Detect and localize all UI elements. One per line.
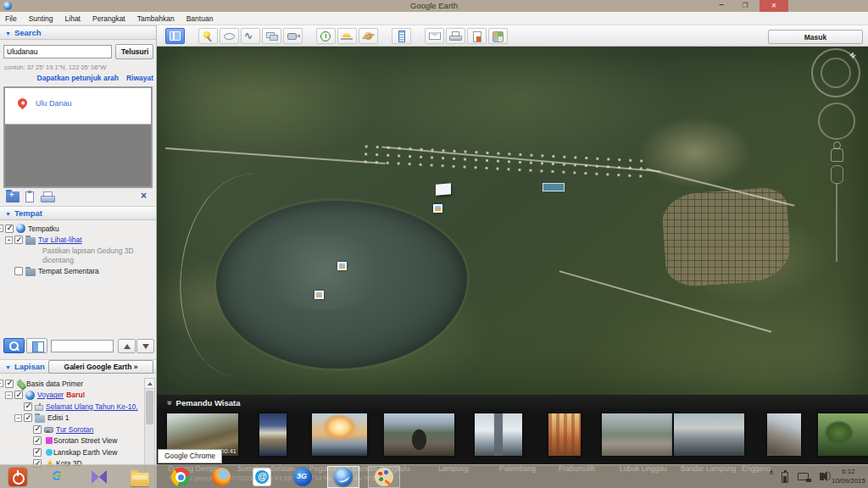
tree-checkbox[interactable] bbox=[33, 448, 42, 457]
sidebar-toggle-icon[interactable] bbox=[165, 28, 185, 44]
view-in-google-maps-icon[interactable] bbox=[488, 28, 508, 44]
thumbnail-lighthouse[interactable] bbox=[475, 413, 522, 456]
layer-basis-data-primer[interactable]: − Basis data Primer bbox=[0, 378, 156, 390]
search-places-button[interactable] bbox=[3, 338, 25, 353]
layer-tur-sorotan[interactable]: Tur Sorotan bbox=[0, 424, 156, 435]
internet-explorer-icon[interactable] bbox=[42, 466, 75, 488]
tree-expander-icon[interactable]: − bbox=[14, 414, 22, 422]
layer-sorotan-street-view[interactable]: Sorotan Street View bbox=[0, 435, 156, 447]
tree-checkbox[interactable] bbox=[24, 402, 32, 411]
layer-lanskap-earth-view[interactable]: Lanskap Earth View bbox=[0, 446, 156, 458]
close-button[interactable] bbox=[760, 0, 788, 12]
search-button[interactable]: Telusuri bbox=[115, 44, 153, 59]
toggle-pane-button[interactable] bbox=[26, 338, 47, 353]
look-joystick[interactable] bbox=[818, 103, 855, 140]
tree-expander-icon[interactable]: − bbox=[0, 225, 3, 232]
move-up-button[interactable] bbox=[118, 339, 136, 353]
tree-checkbox[interactable] bbox=[5, 225, 14, 233]
menu-perangkat[interactable]: Perangkat bbox=[92, 14, 125, 23]
tray-expand-icon[interactable] bbox=[770, 469, 773, 476]
pegman-icon[interactable] bbox=[830, 141, 843, 162]
kmplayer-icon[interactable] bbox=[83, 466, 115, 488]
menu-tambahkan[interactable]: Tambahkan bbox=[137, 14, 175, 23]
ruler-icon[interactable] bbox=[392, 28, 411, 44]
history-link[interactable]: Riwayat bbox=[126, 74, 153, 82]
historical-imagery-icon[interactable] bbox=[316, 28, 336, 44]
scrollbar-thumb[interactable] bbox=[146, 391, 153, 424]
sunlight-icon[interactable] bbox=[337, 28, 357, 44]
login-button[interactable]: Masuk bbox=[768, 30, 863, 44]
battery-icon[interactable] bbox=[782, 472, 788, 483]
paint-app-icon[interactable] bbox=[368, 466, 400, 488]
network-icon[interactable] bbox=[798, 473, 809, 480]
file-explorer-icon[interactable] bbox=[124, 466, 156, 488]
minimize-button[interactable] bbox=[712, 0, 731, 12]
tree-expander-icon[interactable]: + bbox=[5, 236, 13, 244]
add-path-icon[interactable] bbox=[241, 28, 260, 44]
earth-gallery-button[interactable]: Galeri Google Earth » bbox=[48, 360, 153, 374]
photo-marker[interactable] bbox=[314, 291, 324, 299]
planets-icon[interactable] bbox=[359, 28, 378, 44]
tree-item-tur-lihat-lihat[interactable]: + Tur Lihat-lihat bbox=[0, 235, 156, 247]
tree-checkbox[interactable] bbox=[14, 267, 23, 275]
thumbnail-hotel-building[interactable] bbox=[767, 413, 801, 456]
menu-sunting[interactable]: Sunting bbox=[29, 14, 53, 23]
tree-expander-icon[interactable]: − bbox=[5, 391, 13, 399]
tree-checkbox[interactable] bbox=[33, 436, 42, 445]
thumbnail-fort-gate[interactable] bbox=[384, 413, 454, 456]
save-image-icon[interactable] bbox=[467, 28, 487, 44]
scroll-up-icon[interactable] bbox=[145, 379, 154, 389]
zoom-slider[interactable] bbox=[831, 165, 843, 263]
thumbnail-palm-trees[interactable] bbox=[818, 413, 868, 456]
speaker-icon[interactable] bbox=[820, 473, 824, 480]
layer-edisi-1[interactable]: − Edisi 1 bbox=[0, 413, 156, 424]
tree-item-tempatku[interactable]: − Tempatku bbox=[0, 223, 156, 235]
tree-checkbox[interactable] bbox=[24, 413, 32, 422]
firefox-icon[interactable] bbox=[205, 466, 237, 488]
google-earth-taskbar-icon[interactable] bbox=[327, 466, 359, 488]
print-icon[interactable] bbox=[446, 28, 465, 44]
print-result-icon[interactable] bbox=[41, 191, 54, 202]
record-tour-icon[interactable] bbox=[283, 28, 303, 44]
power-button-icon[interactable] bbox=[2, 466, 34, 488]
menu-file[interactable]: File bbox=[5, 14, 17, 23]
google-chrome-icon[interactable] bbox=[164, 466, 197, 488]
tree-checkbox[interactable] bbox=[14, 391, 23, 399]
clear-results-icon[interactable] bbox=[141, 191, 154, 202]
tree-item-tempat-sementara[interactable]: Tempat Sementara bbox=[0, 265, 156, 277]
layer-selamat-ulang-tahun[interactable]: Selamat Ulang Tahun Ke-10, bbox=[0, 401, 156, 413]
search-input[interactable] bbox=[3, 45, 112, 58]
map-viewport[interactable]: N bbox=[157, 47, 868, 395]
move-down-button[interactable] bbox=[136, 339, 154, 353]
download-manager-icon[interactable] bbox=[246, 466, 278, 488]
search-panel-header[interactable]: Search bbox=[0, 25, 156, 40]
photo-marker[interactable] bbox=[337, 262, 347, 270]
tree-expander-icon[interactable]: − bbox=[0, 380, 3, 387]
menu-bantuan[interactable]: Bantuan bbox=[186, 14, 214, 23]
thumbnail-mosque-tower[interactable] bbox=[259, 413, 287, 456]
billboard-marker[interactable] bbox=[436, 183, 451, 196]
thumbnail-sunrise-clouds[interactable] bbox=[312, 413, 367, 456]
add-placemark-icon[interactable] bbox=[198, 28, 218, 44]
tree-checkbox[interactable] bbox=[33, 425, 42, 434]
search-result-item[interactable]: Ulu Danau bbox=[5, 88, 151, 125]
collapse-chevrons-icon[interactable] bbox=[164, 401, 174, 406]
3g-modem-icon[interactable] bbox=[287, 466, 319, 488]
email-icon[interactable] bbox=[425, 28, 444, 44]
add-image-overlay-icon[interactable] bbox=[262, 28, 281, 44]
save-to-places-icon[interactable] bbox=[6, 191, 19, 202]
restore-button[interactable] bbox=[736, 0, 754, 12]
photo-marker[interactable] bbox=[433, 204, 442, 213]
thumbnail-street-scene[interactable] bbox=[602, 413, 672, 456]
clock[interactable]: 6:12 10/09/2015 bbox=[832, 467, 865, 485]
thumbnail-ornate-temple[interactable] bbox=[548, 413, 581, 456]
places-panel-header[interactable]: Tempat bbox=[0, 206, 156, 220]
add-polygon-icon[interactable] bbox=[220, 28, 239, 44]
tour-guide-header[interactable]: Pemandu Wisata bbox=[167, 398, 241, 408]
copy-icon[interactable] bbox=[25, 191, 34, 202]
directions-link[interactable]: Dapatkan petunjuk arah bbox=[37, 74, 119, 82]
tree-checkbox[interactable] bbox=[5, 380, 14, 388]
menu-lihat[interactable]: Lihat bbox=[65, 14, 81, 23]
places-filter-input[interactable] bbox=[51, 340, 114, 352]
thumbnail-river-weir[interactable] bbox=[674, 413, 744, 456]
